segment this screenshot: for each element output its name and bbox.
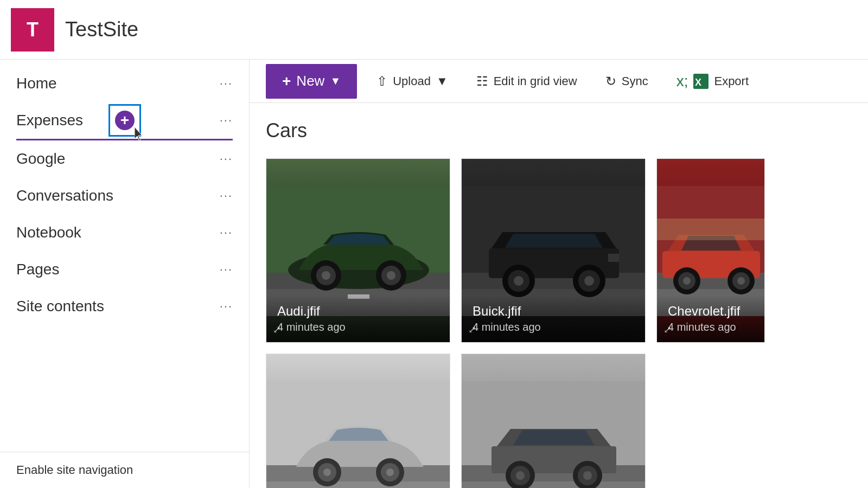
- edit-grid-button[interactable]: ☷ Edit in grid view: [468, 68, 586, 94]
- tile-chevrolet-name: Chevrolet.jfif: [668, 304, 754, 319]
- tile-chevrolet-overlay: Chevrolet.jfif 4 minutes ago: [657, 295, 764, 342]
- sidebar: Home ··· Expenses ··· + Google ··· Conve…: [0, 60, 250, 488]
- tiles-row-1: Audi.jfif 4 minutes ago ⤢: [266, 158, 852, 343]
- sidebar-item-expenses[interactable]: Expenses ··· +: [0, 102, 249, 139]
- expand-icon-chevrolet: ⤢: [663, 324, 672, 336]
- upload-chevron-icon: ▼: [436, 74, 448, 88]
- expenses-dots[interactable]: ···: [220, 113, 233, 127]
- home-dots[interactable]: ···: [220, 76, 233, 91]
- google-dots[interactable]: ···: [220, 152, 233, 166]
- header: T TestSite: [0, 0, 868, 60]
- expand-icon-buick: ⤢: [468, 324, 476, 336]
- tile-buick-time: 4 minutes ago: [473, 321, 634, 333]
- export-button[interactable]: x; X Export: [668, 67, 757, 95]
- tile-car5[interactable]: [461, 354, 646, 488]
- car4-image: [266, 354, 450, 488]
- svg-point-11: [387, 271, 395, 280]
- svg-point-40: [323, 468, 331, 476]
- tile-audi-overlay: Audi.jfif 4 minutes ago: [266, 295, 450, 342]
- pages-dots[interactable]: ···: [220, 262, 233, 277]
- svg-rect-34: [657, 219, 765, 240]
- svg-point-53: [583, 471, 592, 480]
- sync-button[interactable]: ↻ Sync: [597, 68, 657, 94]
- sidebar-item-google[interactable]: Google ···: [0, 140, 249, 177]
- svg-rect-23: [608, 254, 619, 262]
- sidebar-item-notebook[interactable]: Notebook ···: [0, 214, 249, 251]
- sidebar-item-home[interactable]: Home ···: [0, 65, 249, 102]
- upload-button[interactable]: ⇧ Upload ▼: [368, 68, 457, 94]
- tile-audi-time: 4 minutes ago: [277, 321, 439, 333]
- cursor-icon: [135, 127, 145, 142]
- tile-buick-overlay: Buick.jfif 4 minutes ago: [462, 295, 645, 342]
- svg-point-22: [584, 276, 594, 286]
- svg-point-43: [386, 468, 394, 476]
- excel-logo-icon: X: [693, 74, 709, 89]
- tile-buick-name: Buick.jfif: [473, 304, 634, 319]
- main-content: + New ▼ ⇧ Upload ▼ ☷ Edit in grid view ↻…: [250, 60, 868, 488]
- body-layout: Home ··· Expenses ··· + Google ··· Conve…: [0, 60, 868, 488]
- toolbar: + New ▼ ⇧ Upload ▼ ☷ Edit in grid view ↻…: [250, 60, 868, 103]
- new-label: New: [296, 73, 324, 89]
- tile-chevrolet-time: 4 minutes ago: [668, 321, 754, 333]
- upload-label: Upload: [393, 74, 431, 88]
- tile-chevrolet[interactable]: Chevrolet.jfif 4 minutes ago ⤢: [656, 158, 765, 343]
- site-title: TestSite: [65, 18, 138, 41]
- conversations-dots[interactable]: ···: [220, 189, 233, 203]
- tile-audi-name: Audi.jfif: [277, 304, 439, 319]
- export-label: Export: [714, 74, 749, 88]
- sync-label: Sync: [622, 74, 648, 88]
- sidebar-item-conversations[interactable]: Conversations ···: [0, 177, 249, 214]
- tile-audi[interactable]: Audi.jfif 4 minutes ago ⤢: [266, 158, 450, 343]
- site-contents-dots[interactable]: ···: [220, 299, 233, 313]
- edit-grid-label: Edit in grid view: [494, 74, 577, 88]
- page-title: Cars: [266, 119, 852, 142]
- excel-icon: x;: [676, 73, 688, 90]
- tiles-row-2: [266, 354, 852, 488]
- plus-icon: +: [282, 73, 291, 90]
- grid-icon: ☷: [476, 74, 488, 89]
- svg-point-19: [514, 276, 524, 286]
- add-circle-icon: +: [115, 111, 135, 130]
- svg-point-33: [737, 277, 745, 285]
- notebook-dots[interactable]: ···: [220, 226, 233, 240]
- sidebar-item-pages[interactable]: Pages ···: [0, 251, 249, 288]
- chevron-down-icon: ▼: [330, 75, 341, 87]
- upload-icon: ⇧: [376, 74, 387, 89]
- car5-image: [462, 354, 646, 488]
- svg-rect-37: [266, 465, 450, 481]
- enable-nav-title: Enable site navigation: [16, 463, 133, 477]
- expand-icon: ⤢: [273, 324, 281, 336]
- new-button[interactable]: + New ▼: [266, 64, 357, 99]
- sync-icon: ↻: [605, 74, 616, 89]
- tile-buick[interactable]: Buick.jfif 4 minutes ago ⤢: [461, 158, 646, 343]
- site-logo: T: [11, 8, 54, 52]
- svg-point-8: [322, 271, 330, 280]
- enable-nav-section: Enable site navigation: [0, 452, 249, 488]
- page-content: Cars: [250, 103, 868, 488]
- svg-text:X: X: [695, 77, 701, 88]
- svg-point-50: [516, 471, 525, 480]
- tile-car4[interactable]: [266, 354, 450, 488]
- sidebar-item-site-contents[interactable]: Site contents ···: [0, 288, 249, 325]
- svg-point-30: [683, 277, 691, 285]
